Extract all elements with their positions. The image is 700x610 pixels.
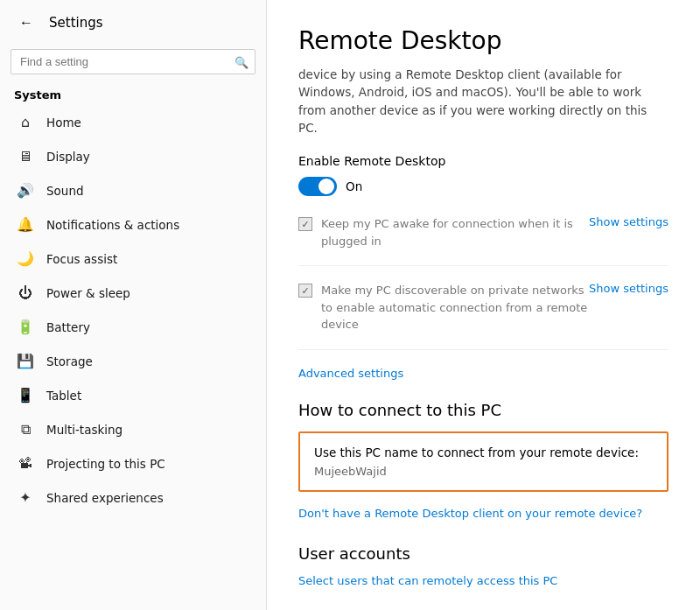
option-1-left: Keep my PC awake for connection when it … (298, 215, 589, 249)
sidebar-item-power-label: Power & sleep (46, 286, 130, 300)
how-to-connect-title: How to connect to this PC (298, 401, 668, 419)
shared-icon: ✦ (17, 489, 34, 506)
sidebar-item-shared-label: Shared experiences (46, 491, 164, 505)
show-settings-link-1[interactable]: Show settings (589, 215, 668, 228)
sidebar-item-projecting[interactable]: 📽 Projecting to this PC (0, 446, 266, 480)
back-button[interactable]: ← (14, 11, 38, 35)
sidebar-item-multitasking[interactable]: ⧉ Multi-tasking (0, 412, 266, 446)
sidebar-header: ← Settings (0, 0, 266, 46)
sidebar-item-sound-label: Sound (46, 184, 84, 198)
sidebar-item-battery[interactable]: 🔋 Battery (0, 310, 266, 344)
multitasking-icon: ⧉ (17, 421, 34, 438)
option-2-checkbox[interactable] (298, 284, 312, 298)
display-icon: 🖥 (17, 148, 34, 165)
sidebar-item-power[interactable]: ⏻ Power & sleep (0, 276, 266, 310)
search-icon: 🔍 (234, 55, 248, 68)
sidebar-item-shared[interactable]: ✦ Shared experiences (0, 480, 266, 515)
main-content: Remote Desktop device by using a Remote … (267, 0, 700, 610)
back-icon: ← (19, 15, 33, 31)
remote-desktop-toggle[interactable] (298, 177, 337, 196)
sidebar-item-projecting-label: Projecting to this PC (46, 457, 165, 471)
sidebar: ← Settings 🔍 System ⌂ Home 🖥 Display 🔊 S… (0, 0, 267, 610)
storage-icon: 💾 (17, 353, 34, 369)
sidebar-item-multitasking-label: Multi-tasking (46, 423, 122, 437)
focus-icon: 🌙 (17, 250, 34, 267)
settings-title: Settings (49, 15, 103, 31)
battery-icon: 🔋 (17, 319, 34, 335)
option-1-text: Keep my PC awake for connection when it … (321, 215, 589, 249)
sidebar-item-home-label: Home (46, 116, 81, 130)
pc-name-label: Use this PC name to connect from your re… (314, 445, 653, 459)
sidebar-item-notifications[interactable]: 🔔 Notifications & actions (0, 207, 266, 242)
advanced-settings-link[interactable]: Advanced settings (298, 367, 403, 380)
tablet-icon: 📱 (17, 387, 34, 403)
sidebar-item-tablet-label: Tablet (46, 389, 81, 403)
sidebar-item-focus-label: Focus assist (46, 252, 117, 266)
sidebar-item-display[interactable]: 🖥 Display (0, 139, 266, 173)
sidebar-item-display-label: Display (46, 150, 90, 164)
user-accounts-title: User accounts (298, 544, 668, 563)
show-settings-link-2[interactable]: Show settings (589, 282, 668, 295)
sound-icon: 🔊 (17, 182, 34, 199)
toggle-row: On (298, 177, 668, 196)
page-description: device by using a Remote Desktop client … (298, 66, 666, 137)
system-label: System (0, 81, 266, 105)
option-1-checkbox[interactable] (298, 217, 312, 231)
sidebar-item-tablet[interactable]: 📱 Tablet (0, 378, 266, 412)
pc-name-box: Use this PC name to connect from your re… (298, 431, 668, 492)
sidebar-item-storage[interactable]: 💾 Storage (0, 344, 266, 378)
enable-remote-label: Enable Remote Desktop (298, 154, 668, 168)
sidebar-item-storage-label: Storage (46, 354, 93, 368)
sidebar-item-battery-label: Battery (46, 320, 90, 334)
select-users-link[interactable]: Select users that can remotely access th… (298, 574, 557, 587)
option-row-1: Keep my PC awake for connection when it … (298, 215, 668, 266)
sidebar-item-home[interactable]: ⌂ Home (0, 105, 266, 139)
toggle-state-label: On (346, 179, 362, 193)
sidebar-item-notifications-label: Notifications & actions (46, 218, 179, 232)
option-row-2: Make my PC discoverable on private netwo… (298, 282, 668, 350)
page-title: Remote Desktop (298, 26, 668, 55)
search-box-container: 🔍 (10, 49, 256, 74)
option-2-left: Make my PC discoverable on private netwo… (298, 282, 589, 333)
pc-name-value: MujeebWajid (314, 465, 653, 478)
sidebar-item-focus[interactable]: 🌙 Focus assist (0, 242, 266, 276)
no-client-link[interactable]: Don't have a Remote Desktop client on yo… (298, 507, 642, 520)
power-icon: ⏻ (17, 284, 34, 301)
search-input[interactable] (10, 49, 256, 74)
sidebar-item-sound[interactable]: 🔊 Sound (0, 173, 266, 207)
home-icon: ⌂ (17, 114, 34, 130)
notifications-icon: 🔔 (17, 216, 34, 233)
option-2-text: Make my PC discoverable on private netwo… (321, 282, 589, 333)
projecting-icon: 📽 (17, 455, 34, 472)
